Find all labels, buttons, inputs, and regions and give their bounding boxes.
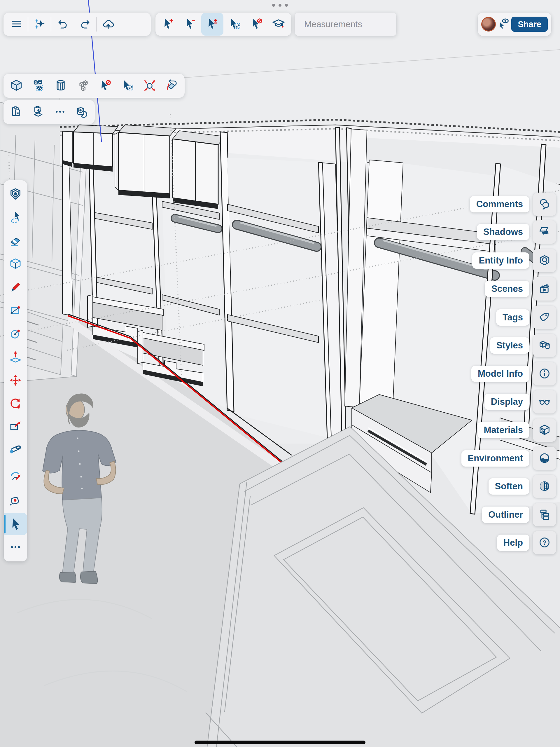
materials-icon (538, 423, 551, 437)
panel-row-shadows: Shadows (477, 220, 556, 243)
panel-row-model-info: Model Info (471, 362, 556, 385)
account-cluster: Share (478, 12, 551, 36)
redo-button[interactable] (74, 13, 96, 35)
panel-button-styles[interactable] (533, 334, 556, 357)
panel-label-outliner[interactable]: Outliner (482, 507, 529, 523)
redo-icon (78, 17, 92, 31)
select-none-button[interactable] (94, 74, 116, 97)
panel-label-comments[interactable]: Comments (470, 196, 529, 212)
push-pull-icon (8, 350, 23, 365)
components-button[interactable] (27, 74, 50, 97)
box-wireframe-icon (8, 257, 23, 272)
box-3d-button[interactable] (5, 74, 27, 97)
line-pencil-icon (8, 280, 23, 295)
panel-label-materials[interactable]: Materials (477, 422, 529, 438)
sparkles-button[interactable] (28, 13, 51, 35)
select-add-button[interactable] (157, 13, 179, 35)
rectangle-icon (8, 303, 23, 318)
outliner-icon (538, 508, 551, 522)
panel-label-tags[interactable]: Tags (496, 309, 529, 326)
panel-label-model-info[interactable]: Model Info (471, 366, 529, 382)
measurements-input[interactable] (297, 19, 395, 29)
toolbar-main (3, 12, 151, 36)
sidebar-tool-warehouse[interactable] (4, 183, 27, 205)
panel-label-styles[interactable]: Styles (490, 337, 529, 354)
sidebar-tool-scale[interactable] (4, 416, 27, 438)
panel-row-materials: Materials (477, 418, 556, 442)
select-instances-button[interactable] (116, 74, 138, 97)
sidebar-tool-lasso-select[interactable] (4, 207, 27, 229)
sidebar-tool-rotate[interactable] (4, 393, 27, 415)
sidebar-tool-circle[interactable] (4, 323, 27, 345)
select-instances-icon (228, 17, 241, 31)
panel-button-entity-info[interactable] (533, 249, 556, 272)
undo-button[interactable] (51, 13, 74, 35)
panel-button-soften[interactable] (533, 475, 556, 498)
panel-label-environment[interactable]: Environment (461, 450, 529, 467)
panel-label-help[interactable]: Help (497, 535, 529, 551)
select-subtract-icon (184, 17, 197, 31)
zoom-extents-button[interactable] (138, 74, 161, 97)
select-plusminus-button[interactable] (201, 13, 223, 35)
panel-label-entity-info[interactable]: Entity Info (472, 252, 529, 269)
select-instances-button[interactable] (223, 13, 246, 35)
sidebar-tool-line-pencil[interactable] (4, 276, 27, 299)
add-component-button[interactable] (71, 101, 93, 123)
panel-label-soften[interactable]: Soften (488, 478, 529, 495)
panel-button-materials[interactable] (533, 418, 556, 442)
warehouse-icon (8, 187, 23, 202)
solid-group-button[interactable] (72, 74, 94, 97)
paste-in-place-button[interactable] (27, 101, 49, 123)
share-button[interactable]: Share (511, 17, 548, 32)
select-subtract-button[interactable] (179, 13, 202, 35)
eye-cursor-icon[interactable] (497, 17, 510, 31)
panel-row-tags: Tags (496, 306, 556, 329)
cylinder-icon (54, 79, 68, 93)
sidebar-tool-eraser[interactable] (4, 230, 27, 252)
sidebar-tool-move[interactable] (4, 369, 27, 392)
panel-label-display[interactable]: Display (484, 394, 529, 410)
tool-sidebar (4, 180, 27, 561)
menu-button[interactable] (5, 13, 28, 35)
select-none-button[interactable] (246, 13, 268, 35)
cloud-upload-button[interactable] (97, 13, 119, 35)
panel-button-scenes[interactable] (533, 277, 556, 301)
panel-button-comments[interactable] (533, 192, 556, 216)
menu-icon (10, 17, 23, 31)
eraser-icon (8, 233, 23, 248)
sidebar-tool-tape-measure[interactable] (4, 490, 27, 512)
cloud-upload-icon (102, 17, 115, 31)
box-3d-icon (10, 79, 23, 93)
instructor-icon (272, 17, 285, 31)
offset-arc-icon (8, 470, 23, 485)
instructor-button[interactable] (267, 13, 290, 35)
panel-label-shadows[interactable]: Shadows (477, 224, 529, 240)
sidebar-tool-push-pull[interactable] (4, 346, 27, 368)
panel-row-display: Display (484, 390, 556, 413)
sidebar-tool-box-wireframe[interactable] (4, 253, 27, 275)
eraser-return-button[interactable] (161, 74, 183, 97)
cylinder-button[interactable] (50, 74, 72, 97)
panel-button-environment[interactable] (533, 447, 556, 470)
select-none-icon (250, 17, 263, 31)
panel-button-shadows[interactable] (533, 220, 556, 243)
panel-label-scenes[interactable]: Scenes (485, 281, 529, 297)
panel-button-outliner[interactable] (533, 503, 556, 526)
panel-button-model-info[interactable] (533, 362, 556, 385)
home-indicator[interactable] (194, 741, 366, 744)
more-button[interactable] (49, 101, 71, 123)
sidebar-tool-rectangle[interactable] (4, 300, 27, 322)
comments-icon (538, 197, 551, 211)
sidebar-tool-paint-bucket[interactable] (4, 439, 27, 461)
sidebar-tool-offset-arc[interactable] (4, 467, 27, 489)
sidebar-tool-more[interactable] (4, 536, 27, 559)
paste-button[interactable] (5, 101, 27, 123)
avatar[interactable] (481, 17, 496, 31)
panel-button-tags[interactable] (533, 306, 556, 329)
sidebar-tool-select[interactable] (4, 513, 27, 535)
panel-row-comments: Comments (470, 192, 556, 216)
panel-button-display[interactable] (533, 390, 556, 413)
measurements-box (295, 12, 396, 36)
panel-button-help[interactable]: ? (533, 531, 556, 555)
eraser-return-icon (165, 79, 179, 93)
